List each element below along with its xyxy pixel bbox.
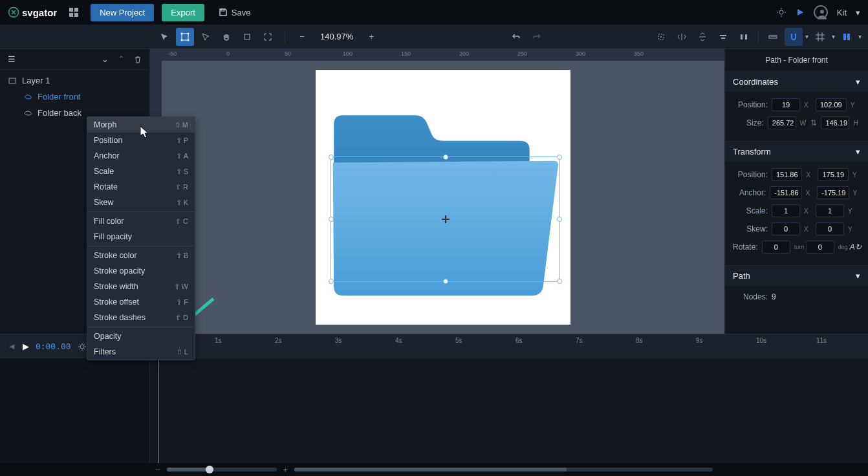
horizontal-scrollbar[interactable] [294, 468, 713, 471]
grid-icon[interactable] [65, 3, 83, 21]
timeline-time[interactable]: 0:00.00 [36, 341, 71, 351]
chevron-down-icon[interactable]: ⌄ [102, 54, 109, 64]
tr-rot[interactable]: 0 [762, 241, 790, 254]
zoom-in-timeline[interactable]: + [283, 465, 288, 475]
settings-sparkle-icon[interactable] [776, 7, 787, 17]
ctx-item-scale[interactable]: Scale⇧ S [87, 164, 195, 179]
grid-toggle-icon[interactable] [811, 28, 829, 46]
ctx-item-position[interactable]: Position⇧ P [87, 133, 195, 148]
ctx-item-stroke-color[interactable]: Stroke color⇧ B [87, 248, 195, 263]
timeline-prev-icon[interactable]: ◄ [8, 341, 16, 351]
timeline-ruler[interactable]: 1s 2s 3s 4s 5s 6s 7s 8s 9s 10s 11s [150, 334, 868, 358]
guides-icon[interactable] [838, 28, 856, 46]
playhead-line [158, 358, 158, 463]
zoom-out-button[interactable]: − [293, 28, 311, 46]
timeline-play-button[interactable]: ▶ [23, 341, 29, 351]
transform-tool[interactable] [176, 28, 194, 46]
tr-pos-y[interactable]: 175.19 [818, 168, 849, 181]
crop-tool[interactable] [238, 28, 256, 46]
svg-rect-18 [741, 34, 743, 39]
chevron-up-icon[interactable]: ⌃ [118, 54, 125, 64]
tr-pos-x[interactable]: 151.86 [772, 168, 803, 181]
layer-item-folder-front[interactable]: Folder front [0, 89, 149, 105]
svg-rect-22 [847, 34, 850, 40]
user-avatar[interactable] [814, 5, 828, 19]
zoom-in-button[interactable]: + [362, 28, 380, 46]
new-project-button[interactable]: New Project [91, 4, 154, 21]
topbar: svgator New Project Export Save Kit ▾ [0, 0, 868, 25]
coord-size-h[interactable]: 146.19 [821, 116, 849, 129]
coord-size-w[interactable]: 265.72 [768, 116, 796, 129]
ctx-item-opacity[interactable]: Opacity [87, 329, 195, 344]
user-name[interactable]: Kit [837, 8, 847, 17]
undo-button[interactable] [507, 28, 525, 46]
play-preview-icon[interactable] [796, 8, 805, 17]
chevron-down-icon[interactable]: ▾ [856, 8, 860, 17]
snap-toggle-icon[interactable] [785, 28, 803, 46]
flip-v-icon[interactable] [693, 28, 711, 46]
section-coordinates[interactable]: Coordinates▾ [725, 72, 868, 92]
center-view-icon[interactable] [652, 28, 670, 46]
svg-rect-21 [843, 34, 846, 40]
chevron-down-icon[interactable]: ▾ [858, 33, 862, 40]
distribute-icon[interactable] [735, 28, 753, 46]
rotate-reset-icon[interactable]: A↻ [850, 243, 862, 252]
ctx-item-rotate[interactable]: Rotate⇧ R [87, 179, 195, 195]
svg-rect-13 [244, 34, 250, 39]
svg-point-15 [660, 36, 662, 38]
tr-sk-x[interactable]: 0 [772, 222, 800, 235]
flip-h-icon[interactable] [673, 28, 691, 46]
layer-icon [8, 76, 17, 85]
chevron-down-icon[interactable]: ▾ [805, 33, 808, 40]
coord-pos-y[interactable]: 102.09 [816, 98, 847, 111]
ctx-item-stroke-opacity[interactable]: Stroke opacity [87, 263, 195, 279]
pan-tool[interactable] [217, 28, 235, 46]
tr-rot2[interactable]: 0 [806, 241, 834, 254]
section-transform[interactable]: Transform▾ [725, 142, 868, 162]
fit-tool[interactable] [259, 28, 277, 46]
svg-point-24 [80, 345, 84, 349]
app-name: svgator [22, 7, 57, 18]
tr-anc-y[interactable]: -175.19 [817, 186, 849, 199]
ctx-item-stroke-dashes[interactable]: Stroke dashes⇧ D [87, 310, 195, 325]
chevron-down-icon[interactable]: ▾ [832, 33, 835, 40]
section-path[interactable]: Path▾ [725, 266, 868, 286]
timeline-body[interactable] [0, 358, 868, 463]
canvas[interactable]: -50 0 50 100 150 200 250 300 350 [150, 49, 724, 334]
ctx-item-anchor[interactable]: Anchor⇧ A [87, 148, 195, 164]
ctx-item-filters[interactable]: Filters⇧ L [87, 344, 195, 360]
app-logo[interactable]: svgator [8, 6, 57, 18]
zoom-level[interactable]: 140.97% [314, 32, 360, 41]
link-icon[interactable]: ⇅ [810, 118, 817, 127]
ctx-item-skew[interactable]: Skew⇧ K [87, 195, 195, 210]
align-icon[interactable] [714, 28, 732, 46]
zoom-slider[interactable] [167, 468, 277, 471]
select-tool[interactable] [155, 28, 173, 46]
hamburger-icon[interactable]: ☰ [8, 54, 16, 64]
tr-sc-x[interactable]: 1 [772, 204, 800, 217]
ctx-item-fill-opacity[interactable]: Fill opacity [87, 229, 195, 244]
layer-item[interactable]: Layer 1 [0, 72, 149, 89]
timeline-settings-icon[interactable] [78, 342, 87, 351]
export-button[interactable]: Export [162, 4, 204, 21]
tr-anc-x[interactable]: -151.86 [770, 186, 801, 199]
svg-rect-5 [221, 9, 224, 11]
logo-icon [8, 6, 19, 18]
save-button[interactable]: Save [212, 4, 257, 21]
chevron-down-icon: ▾ [856, 271, 860, 281]
ruler-toggle-icon[interactable] [764, 28, 782, 46]
zoom-out-timeline[interactable]: − [155, 465, 160, 475]
coord-pos-x[interactable]: 19 [772, 98, 800, 111]
node-tool[interactable] [197, 28, 215, 46]
redo-button[interactable] [528, 28, 546, 46]
tr-sc-y[interactable]: 1 [816, 204, 844, 217]
tr-sk-y[interactable]: 0 [816, 222, 844, 235]
ctx-item-morph[interactable]: Morph⇧ M [87, 117, 195, 133]
svg-point-12 [188, 39, 190, 41]
ctx-item-fill-color[interactable]: Fill color⇧ C [87, 213, 195, 229]
ctx-item-stroke-width[interactable]: Stroke width⇧ W [87, 279, 195, 294]
chevron-down-icon: ▾ [856, 147, 860, 157]
ctx-item-stroke-offset[interactable]: Stroke offset⇧ F [87, 294, 195, 310]
trash-icon[interactable] [134, 56, 142, 63]
svg-rect-2 [74, 8, 78, 12]
